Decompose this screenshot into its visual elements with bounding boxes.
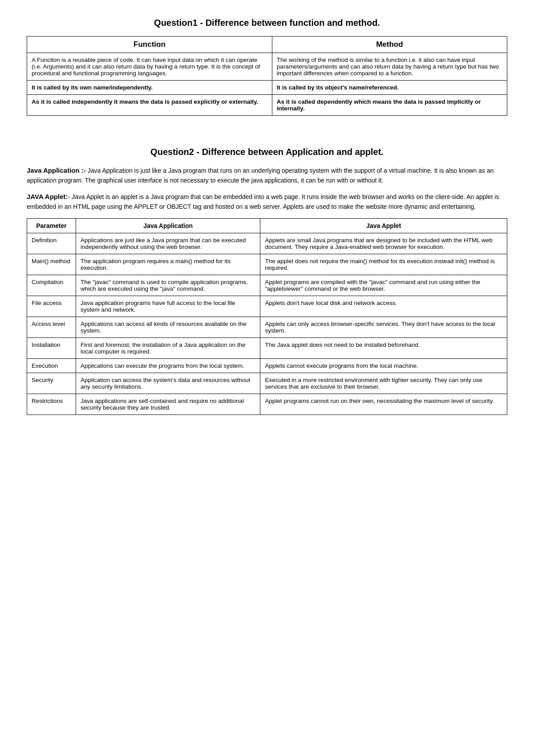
q2-table-row: Access levelApplications can access all … bbox=[27, 317, 507, 337]
q2-row1-applet: The applet does not require the main() m… bbox=[260, 254, 507, 275]
q2-table-row: Main() methodThe application program req… bbox=[27, 254, 507, 275]
q1-row2-col2: As it is called dependently which means … bbox=[272, 95, 507, 116]
q1-row2-col1: As it is called independently it means t… bbox=[27, 95, 272, 116]
q1-col1-header: Function bbox=[27, 37, 272, 53]
q1-col2-header: Method bbox=[272, 37, 507, 53]
q2-table-row: ExecutionApplications can execute the pr… bbox=[27, 358, 507, 373]
q1-table-row: It is called by its own name/independent… bbox=[27, 81, 507, 95]
java-application-text: Java Application is just like a Java pro… bbox=[27, 167, 494, 184]
question2-table: ParameterJava ApplicationJava Applet Def… bbox=[27, 218, 507, 415]
q2-table-row: RestrictionsJava applications are self-c… bbox=[27, 394, 507, 415]
q2-table-row: File accessJava application programs hav… bbox=[27, 296, 507, 317]
q2-table-row: CompilationThe "javac" command is used t… bbox=[27, 275, 507, 296]
q2-row8-applet: Applet programs cannot run on their own,… bbox=[260, 394, 507, 415]
q2-row6-app: Applications can execute the programs fr… bbox=[76, 358, 260, 373]
q2-row1-app: The application program requires a main(… bbox=[76, 254, 260, 275]
q2-header-2: Java Applet bbox=[260, 218, 507, 233]
q2-row1-param: Main() method bbox=[27, 254, 76, 275]
java-applet-para: JAVA Applet:- Java Applet is an applet i… bbox=[27, 191, 507, 211]
q1-row0-col1: A Function is a reusable piece of code. … bbox=[27, 53, 272, 81]
question1-section: Question1 - Difference between function … bbox=[27, 18, 507, 116]
q1-table-row: A Function is a reusable piece of code. … bbox=[27, 53, 507, 81]
q2-row0-app: Applications are just like a Java progra… bbox=[76, 233, 260, 254]
q2-row4-applet: Applets can only access browser-specific… bbox=[260, 317, 507, 337]
q2-row5-applet: The Java applet does not need to be inst… bbox=[260, 337, 507, 358]
q2-row5-param: Installation bbox=[27, 337, 76, 358]
q2-row4-app: Applications can access all kinds of res… bbox=[76, 317, 260, 337]
q1-row1-col2: It is called by its object's name/refere… bbox=[272, 81, 507, 95]
q2-row2-app: The "javac" command is used to compile a… bbox=[76, 275, 260, 296]
q2-row3-app: Java application programs have full acce… bbox=[76, 296, 260, 317]
question2-section: Question2 - Difference between Applicati… bbox=[27, 147, 507, 415]
q1-row1-col1: It is called by its own name/independent… bbox=[27, 81, 272, 95]
q2-row7-app: Application can access the system's data… bbox=[76, 373, 260, 394]
q2-row2-param: Compilation bbox=[27, 275, 76, 296]
java-applet-text: - Java Applet is an applet is a Java pro… bbox=[27, 193, 499, 210]
q2-row8-param: Restrictions bbox=[27, 394, 76, 415]
q2-row3-applet: Applets don't have local disk and networ… bbox=[260, 296, 507, 317]
q2-row7-param: Security bbox=[27, 373, 76, 394]
q1-row0-col2: The working of the method is similar to … bbox=[272, 53, 507, 81]
q2-table-row: InstallationFirst and foremost, the inst… bbox=[27, 337, 507, 358]
question2-title: Question2 - Difference between Applicati… bbox=[27, 147, 507, 157]
q2-row0-applet: Applets are small Java programs that are… bbox=[260, 233, 507, 254]
q2-row5-app: First and foremost, the installation of … bbox=[76, 337, 260, 358]
spacer1 bbox=[27, 134, 507, 147]
q2-row6-applet: Applets cannot execute programs from the… bbox=[260, 358, 507, 373]
q2-row8-app: Java applications are self-contained and… bbox=[76, 394, 260, 415]
q2-table-row: DefinitionApplications are just like a J… bbox=[27, 233, 507, 254]
q2-header-1: Java Application bbox=[76, 218, 260, 233]
java-application-para: Java Application :- Java Application is … bbox=[27, 165, 507, 185]
java-applet-label: JAVA Applet: bbox=[27, 193, 68, 200]
q2-row4-param: Access level bbox=[27, 317, 76, 337]
question1-title: Question1 - Difference between function … bbox=[27, 18, 507, 28]
question1-table: Function Method A Function is a reusable… bbox=[27, 36, 507, 116]
q2-row0-param: Definition bbox=[27, 233, 76, 254]
q2-table-row: SecurityApplication can access the syste… bbox=[27, 373, 507, 394]
q2-header-0: Parameter bbox=[27, 218, 76, 233]
q1-table-row: As it is called independently it means t… bbox=[27, 95, 507, 116]
q2-row7-applet: Executed in a more restricted environmen… bbox=[260, 373, 507, 394]
q2-row6-param: Execution bbox=[27, 358, 76, 373]
q2-row3-param: File access bbox=[27, 296, 76, 317]
q2-row2-applet: Applet programs are compiled with the "j… bbox=[260, 275, 507, 296]
java-application-label: Java Application :- bbox=[27, 167, 86, 174]
